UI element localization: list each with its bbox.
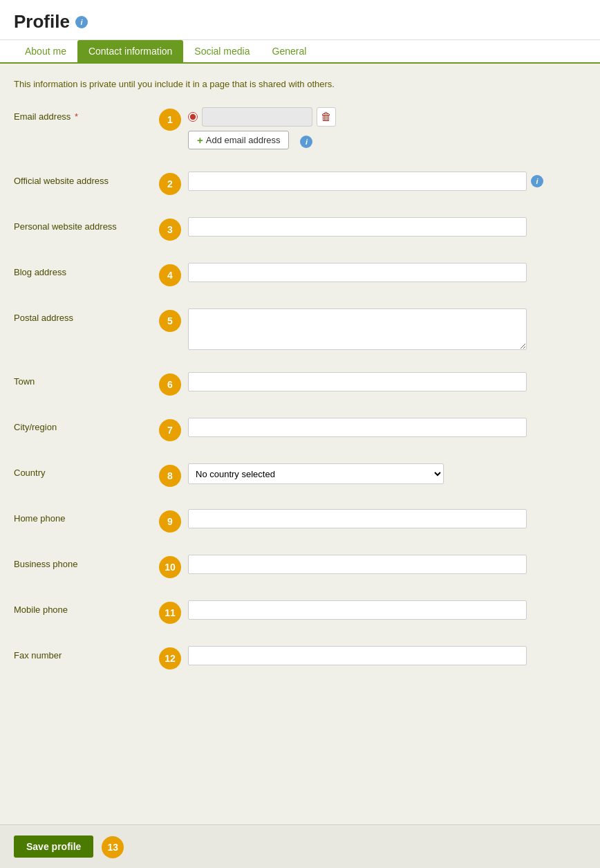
badge-3: 3 [159, 219, 181, 241]
badge-11: 11 [159, 602, 181, 624]
form-row-country: Country 8 No country selected [14, 463, 586, 494]
field-area-mobile-phone [188, 600, 586, 620]
field-area-email: 🗑 + Add email address i [188, 107, 586, 149]
page-header: Profile i [0, 0, 600, 40]
email-info-icon[interactable]: i [300, 136, 312, 148]
field-area-country: No country selected [188, 463, 586, 484]
tab-social-media[interactable]: Social media [183, 40, 261, 62]
badge-10: 10 [159, 556, 181, 578]
add-email-button[interactable]: + Add email address [188, 131, 289, 149]
postal-textarea[interactable] [188, 308, 527, 350]
badge-4: 4 [159, 264, 181, 286]
badge-8: 8 [159, 465, 181, 487]
form-row-mobile-phone: Mobile phone 11 [14, 600, 586, 631]
label-blog: Blog address [14, 263, 159, 277]
tab-contact-information[interactable]: Contact information [77, 40, 183, 62]
delete-email-button[interactable]: 🗑 [317, 107, 336, 127]
email-radio[interactable] [188, 112, 198, 122]
field-area-blog [188, 263, 586, 282]
official-website-input[interactable] [188, 172, 527, 191]
home-phone-input[interactable] [188, 509, 527, 528]
badge-2: 2 [159, 173, 181, 195]
official-website-info-icon[interactable]: i [531, 175, 543, 187]
form-row-home-phone: Home phone 9 [14, 509, 586, 539]
form-row-town: Town 6 [14, 372, 586, 403]
field-area-business-phone [188, 555, 586, 574]
badge-12: 12 [159, 647, 181, 670]
content-area: This information is private until you in… [0, 64, 600, 824]
footer-bar: Save profile 13 [0, 824, 600, 868]
city-input[interactable] [188, 418, 527, 437]
form-row-city: City/region 7 [14, 418, 586, 448]
badge-9: 9 [159, 510, 181, 533]
label-official-website: Official website address [14, 172, 159, 186]
field-area-town [188, 372, 586, 391]
profile-info-icon[interactable]: i [75, 16, 88, 28]
official-website-row: i [188, 172, 586, 191]
label-personal-website: Personal website address [14, 217, 159, 232]
privacy-notice: This information is private until you in… [14, 77, 586, 91]
form-row-business-phone: Business phone 10 [14, 555, 586, 585]
badge-13: 13 [102, 836, 124, 858]
field-area-postal [188, 308, 586, 350]
label-email: Email address * [14, 107, 159, 122]
label-home-phone: Home phone [14, 509, 159, 524]
field-area-home-phone [188, 509, 586, 528]
label-country: Country [14, 463, 159, 478]
label-postal: Postal address [14, 308, 159, 323]
field-area-personal-website [188, 217, 586, 237]
form-row-email: Email address * 1 🗑 + Add email address … [14, 107, 586, 156]
plus-icon: + [197, 134, 203, 146]
save-profile-button[interactable]: Save profile [14, 835, 93, 858]
add-email-label: Add email address [206, 135, 281, 145]
badge-6: 6 [159, 373, 181, 396]
fax-input[interactable] [188, 646, 527, 665]
country-select[interactable]: No country selected [188, 463, 444, 484]
mobile-phone-input[interactable] [188, 600, 527, 620]
page-title: Profile [14, 11, 70, 33]
tab-general[interactable]: General [261, 40, 318, 62]
badge-1: 1 [159, 109, 181, 131]
label-city: City/region [14, 418, 159, 432]
email-value-display [202, 107, 312, 127]
tab-about-me[interactable]: About me [14, 40, 77, 62]
required-star-email: * [75, 111, 78, 122]
form-row-official-website: Official website address 2 i [14, 172, 586, 202]
business-phone-input[interactable] [188, 555, 527, 574]
form-row-postal: Postal address 5 [14, 308, 586, 357]
label-fax: Fax number [14, 646, 159, 661]
form-row-blog: Blog address 4 [14, 263, 586, 293]
form-row-fax: Fax number 12 [14, 646, 586, 676]
blog-input[interactable] [188, 263, 527, 282]
field-area-city [188, 418, 586, 437]
email-entry-row: 🗑 [188, 107, 586, 127]
personal-website-input[interactable] [188, 217, 527, 237]
field-area-fax [188, 646, 586, 665]
field-area-official-website: i [188, 172, 586, 191]
badge-7: 7 [159, 419, 181, 441]
form-row-personal-website: Personal website address 3 [14, 217, 586, 248]
label-mobile-phone: Mobile phone [14, 600, 159, 615]
label-town: Town [14, 372, 159, 387]
tabs-bar: About me Contact information Social medi… [0, 40, 600, 64]
label-business-phone: Business phone [14, 555, 159, 569]
badge-5: 5 [159, 310, 181, 332]
town-input[interactable] [188, 372, 527, 391]
